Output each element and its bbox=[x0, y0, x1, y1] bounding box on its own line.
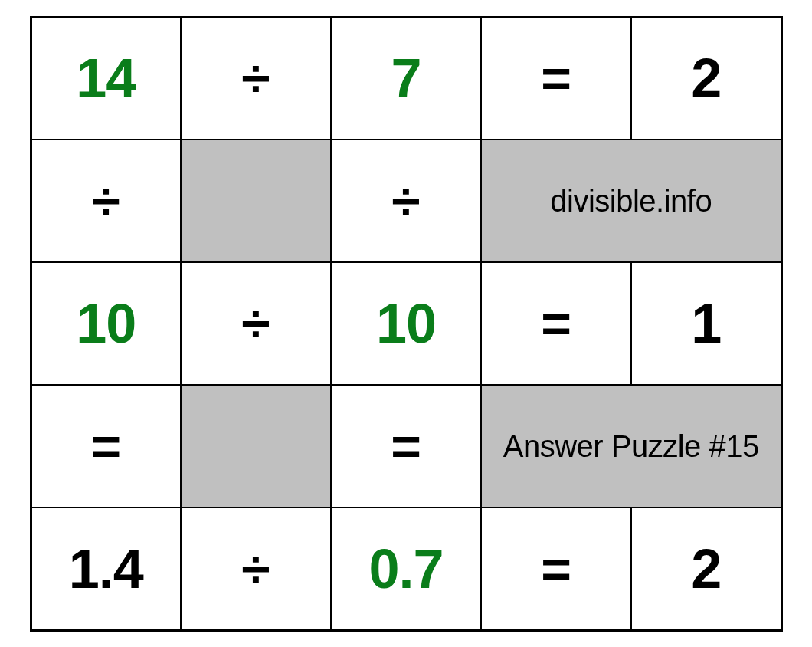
cell-r0c2: 7 bbox=[391, 48, 421, 109]
puzzle-row-2: ÷ ÷ divisible.info bbox=[31, 140, 781, 262]
cell-r4c3: = bbox=[541, 540, 571, 598]
puzzle-row-4: = = Answer Puzzle #15 bbox=[31, 385, 781, 507]
cell-r4c0: 1.4 bbox=[69, 538, 143, 599]
cell-r2c2: 10 bbox=[376, 293, 436, 354]
puzzle-row-5: 1.4 ÷ 0.7 = 2 bbox=[31, 507, 781, 630]
cell-r0c4: 2 bbox=[691, 48, 721, 109]
cell-r0c1: ÷ bbox=[241, 49, 270, 107]
cell-r3c0: = bbox=[90, 417, 121, 475]
cell-r2c0: 10 bbox=[76, 293, 136, 354]
puzzle-number-label: Answer Puzzle #15 bbox=[503, 429, 759, 463]
cell-r2c1: ÷ bbox=[241, 294, 270, 353]
cell-r4c2: 0.7 bbox=[368, 538, 443, 599]
division-puzzle-grid: 14 ÷ 7 = 2 ÷ ÷ divisible.info 10 ÷ 10 = … bbox=[30, 16, 783, 632]
cell-r0c3: = bbox=[541, 49, 571, 107]
cell-r0c0: 14 bbox=[76, 48, 136, 109]
puzzle-row-3: 10 ÷ 10 = 1 bbox=[31, 262, 781, 385]
puzzle-row-1: 14 ÷ 7 = 2 bbox=[31, 17, 781, 140]
cell-r4c4: 2 bbox=[691, 538, 721, 599]
cell-r1c2: ÷ bbox=[391, 172, 420, 230]
cell-r1c1-blank bbox=[181, 140, 331, 262]
cell-r2c3: = bbox=[541, 294, 571, 353]
cell-r3c1-blank bbox=[181, 385, 331, 507]
cell-r3c2: = bbox=[391, 417, 421, 475]
brand-label: divisible.info bbox=[550, 184, 712, 218]
cell-r2c4: 1 bbox=[691, 293, 721, 354]
cell-r4c1: ÷ bbox=[241, 540, 270, 598]
cell-r1c0: ÷ bbox=[92, 172, 120, 230]
